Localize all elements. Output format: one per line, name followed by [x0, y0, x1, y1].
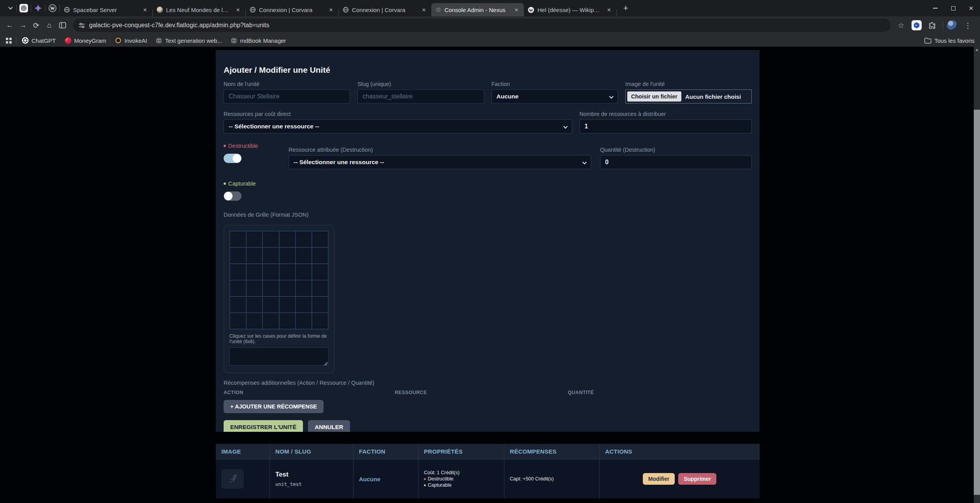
apps-grid-button[interactable] [5, 37, 12, 44]
grid-cell[interactable] [279, 296, 296, 313]
scroll-up-icon[interactable] [975, 49, 978, 51]
grid-cell[interactable] [296, 247, 312, 264]
grid-json-textarea[interactable] [229, 347, 329, 366]
page-scrollbar[interactable] [974, 47, 980, 503]
grid-cell[interactable] [312, 296, 328, 313]
resource-count-input[interactable] [579, 119, 752, 133]
tab-label: Console Admin - Nexus [444, 7, 510, 13]
grid-cell[interactable] [230, 296, 246, 313]
capturable-toggle[interactable] [224, 191, 242, 201]
reload-button[interactable]: ⟳ [30, 19, 43, 32]
tab-close-icon[interactable]: × [327, 6, 334, 14]
minimize-button[interactable] [926, 0, 944, 16]
grid-cell[interactable] [312, 313, 328, 329]
grid-cell[interactable] [230, 231, 246, 247]
grid-cell[interactable] [296, 280, 312, 296]
grid-cell[interactable] [279, 280, 296, 296]
scrollbar-thumb[interactable] [974, 110, 980, 495]
unit-name-input[interactable] [224, 89, 350, 103]
pinned-tab-wordpress[interactable]: W [46, 2, 60, 15]
tab-connexion-corvara-1[interactable]: Connexion | Corvara × [246, 3, 338, 16]
tab-console-admin-nexus-active[interactable]: Console Admin - Nexus × [431, 3, 524, 16]
profile-avatar[interactable] [947, 20, 957, 31]
grid-cell[interactable] [312, 280, 328, 296]
back-button[interactable]: ← [3, 19, 16, 32]
bookmark-mdbook-manager[interactable]: mdBook Manager [231, 37, 286, 44]
grid-cell[interactable] [312, 264, 328, 280]
grid-cell[interactable] [296, 264, 312, 280]
pinned-tab-gemini[interactable] [31, 2, 45, 15]
close-button[interactable]: × [962, 0, 980, 16]
resource-cost-select[interactable]: -- Sélectionner une ressource -- [224, 119, 572, 133]
url-text[interactable]: galactic-pve-conquest-c7fe.dev.flatlogic… [89, 22, 270, 29]
grid-cell[interactable] [279, 264, 296, 280]
destruction-qty-input[interactable] [600, 155, 752, 169]
tab-close-icon[interactable]: × [234, 6, 242, 14]
grid-cell[interactable] [296, 231, 312, 247]
cancel-button[interactable]: ANNULER [308, 420, 350, 432]
grid-cell[interactable] [296, 296, 312, 313]
grid-cell[interactable] [246, 264, 262, 280]
grid-cell[interactable] [262, 296, 279, 313]
grid-cell[interactable] [279, 313, 296, 329]
address-bar[interactable]: galactic-pve-conquest-c7fe.dev.flatlogic… [73, 19, 891, 32]
grid-cell[interactable] [262, 247, 279, 264]
side-panel-button[interactable] [56, 19, 69, 32]
tab-connexion-corvara-2[interactable]: Connexion | Corvara × [339, 3, 431, 16]
site-settings-icon[interactable] [79, 23, 85, 28]
grid-cell[interactable] [230, 280, 246, 296]
extensions-button[interactable] [926, 19, 939, 32]
tab-close-icon[interactable]: × [606, 6, 612, 14]
grid-cell[interactable] [246, 280, 262, 296]
grid-cell[interactable] [262, 313, 279, 329]
bookmark-chatgpt[interactable]: ChatGPT [22, 37, 56, 44]
grid-cell[interactable] [246, 296, 262, 313]
grid-cell[interactable] [246, 313, 262, 329]
edit-unit-button[interactable]: Modifier [643, 473, 675, 485]
grid-cell[interactable] [230, 313, 246, 329]
field-faction: Faction Aucune [492, 81, 618, 103]
tab-hel-wikipedia[interactable]: W Hel (déesse) — Wikipédia × [524, 3, 616, 16]
new-tab-button[interactable]: + [620, 2, 632, 14]
grid-cell[interactable] [279, 231, 296, 247]
bookmark-invokeai[interactable]: InvokeAI [115, 37, 147, 44]
save-unit-button[interactable]: ENREGISTRER L'UNITÉ [224, 420, 303, 432]
slug-input[interactable] [357, 89, 484, 103]
tab-les-neuf-mondes[interactable]: Les Neuf Mondes de la Mythol × [153, 3, 245, 16]
tab-search-button[interactable] [5, 2, 16, 14]
grid-cell[interactable] [230, 264, 246, 280]
grid-cell[interactable] [246, 231, 262, 247]
resize-handle-icon[interactable] [324, 362, 327, 365]
extension-bot-button[interactable] [912, 20, 922, 30]
unit-image-file-input[interactable]: Choisir un fichier Aucun fichier choisi [625, 89, 752, 103]
bookmark-star-button[interactable]: ☆ [894, 19, 908, 32]
tab-close-icon[interactable]: × [513, 6, 520, 14]
maximize-button[interactable] [944, 0, 962, 16]
bookmark-text-generation-webui[interactable]: Text generation web... [156, 37, 222, 44]
pinned-tabs: W [16, 0, 60, 16]
grid-cell[interactable] [279, 247, 296, 264]
pinned-tab-fingerprint[interactable] [17, 2, 31, 15]
tab-spacebar-server[interactable]: Spacebar Server × [60, 3, 152, 16]
faction-select[interactable]: Aucune [492, 89, 618, 103]
grid-cell[interactable] [312, 247, 328, 264]
tab-close-icon[interactable]: × [420, 6, 427, 14]
delete-unit-button[interactable]: Supprimer [678, 473, 716, 485]
grid-cell[interactable] [296, 313, 312, 329]
forward-button[interactable]: → [16, 19, 30, 32]
home-button[interactable]: ⌂ [43, 19, 56, 32]
all-bookmarks-button[interactable]: Tous les favoris [924, 37, 975, 44]
grid-cell[interactable] [262, 231, 279, 247]
grid-cell[interactable] [262, 280, 279, 296]
grid-cell[interactable] [246, 247, 262, 264]
grid-cell[interactable] [230, 247, 246, 264]
destruction-resource-select[interactable]: -- Sélectionner une ressource -- [289, 155, 591, 169]
bookmark-moneygram[interactable]: MoneyGram [65, 37, 107, 44]
destructible-toggle[interactable] [224, 154, 242, 163]
menu-kebab-button[interactable]: ⋮ [961, 19, 975, 32]
add-reward-button[interactable]: + AJOUTER UNE RÉCOMPENSE [224, 400, 324, 413]
grid-cell[interactable] [312, 231, 328, 247]
grid-cell[interactable] [262, 264, 279, 280]
choose-file-button[interactable]: Choisir un fichier [627, 91, 681, 102]
tab-close-icon[interactable]: × [142, 6, 149, 14]
